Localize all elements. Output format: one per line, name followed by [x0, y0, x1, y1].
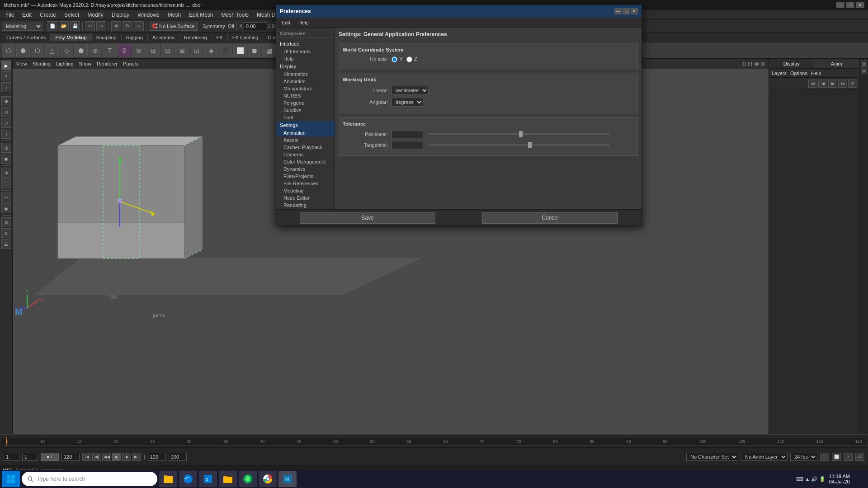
prefs-cat-settings[interactable]: Settings [276, 121, 335, 129]
viewport-menu-renderer[interactable]: Renderer [97, 61, 118, 66]
playback-start-input[interactable] [148, 453, 166, 461]
loop-btn[interactable]: ↺ [855, 453, 864, 461]
shelf-icon-19[interactable]: ▦ [262, 44, 276, 57]
prefs-item-color-management[interactable]: Color Management [276, 158, 335, 165]
start-frame-input[interactable] [4, 453, 19, 461]
shelf-icon-13[interactable]: ⊠ [175, 44, 189, 57]
select-tool-btn[interactable]: ▶ [1, 61, 11, 70]
render-btn[interactable]: ◉ [1, 203, 11, 213]
maximize-button[interactable]: □ [846, 2, 854, 8]
viewport-menu-shading[interactable]: Shading [33, 61, 51, 66]
shelf-icon-14[interactable]: ⊡ [190, 44, 203, 57]
shelf-tab-poly[interactable]: Poly Modeling [51, 34, 91, 41]
channel-btn[interactable]: ≡ [1, 228, 11, 238]
shelf-icon-16[interactable]: ⬛ [219, 44, 232, 57]
shelf-icon-12[interactable]: ⊟ [161, 44, 175, 57]
shelf-icon-17[interactable]: ⬜ [233, 44, 247, 57]
prefs-item-kinematics[interactable]: Kinematics [276, 70, 335, 78]
key-btn[interactable]: ⬛ [820, 453, 829, 461]
shelf-icon-15[interactable]: ◈ [204, 44, 218, 57]
shelf-icon-10[interactable]: ⊘ [132, 44, 146, 57]
prefs-item-file-references[interactable]: File References [276, 180, 335, 187]
prefs-item-settings-animation[interactable]: Animation [276, 129, 335, 136]
viewport-icon-4[interactable]: ⊠ [760, 61, 765, 67]
universal-tool-btn[interactable]: ⊹ [1, 129, 11, 139]
prefs-save-btn[interactable]: Save [300, 212, 435, 224]
attr-btn[interactable]: ☰ [1, 239, 11, 249]
viewport-icon-2[interactable]: ⊟ [748, 61, 752, 67]
open-btn[interactable]: 📂 [59, 21, 69, 31]
prefs-item-font[interactable]: Font [276, 114, 335, 121]
shelf-icon-3[interactable]: ⬡ [31, 44, 44, 57]
prefs-item-rendering[interactable]: Rendering [276, 202, 335, 209]
shelf-tab-animation[interactable]: Animation [148, 34, 179, 41]
rotate-tool-btn[interactable]: ↺ [1, 107, 11, 117]
menu-select[interactable]: Select [61, 11, 83, 19]
rp-btn-4[interactable]: ⏭ [838, 80, 847, 88]
paint2-btn[interactable]: ✏ [1, 192, 11, 202]
viewport-menu-panels[interactable]: Panels [123, 61, 138, 66]
shelf-icon-2[interactable]: ⬢ [16, 44, 30, 57]
shelf-icon-9[interactable]: S [118, 44, 131, 57]
rp-btn-3[interactable]: ▶ [828, 80, 837, 88]
viewport-icon-3[interactable]: ◉ [754, 61, 759, 67]
menu-mesh[interactable]: Mesh [164, 11, 184, 19]
shelf-icon-6[interactable]: ⬟ [74, 44, 88, 57]
redo-btn[interactable]: ↪ [96, 21, 106, 31]
anim-layer-dropdown[interactable]: No Anim Layer [741, 453, 788, 461]
prefs-minimize-btn[interactable]: — [614, 8, 622, 14]
up-axis-z-radio[interactable]: Z [406, 56, 417, 62]
shelf-icon-1[interactable]: ⬡ [2, 44, 15, 57]
step-fwd-btn[interactable]: |▶ [122, 453, 131, 461]
positional-input[interactable]: 0.01000 [392, 130, 423, 138]
taskbar-search[interactable]: Type here to search [22, 472, 157, 486]
shelf-icon-7[interactable]: ⊕ [89, 44, 102, 57]
shelf-icon-5[interactable]: ◇ [60, 44, 73, 57]
no-live-surface-btn[interactable]: 🧲 No Live Surface [149, 22, 198, 31]
menu-create[interactable]: Create [36, 11, 60, 19]
prefs-item-nurbs[interactable]: NURBS [276, 92, 335, 99]
go-start-btn[interactable]: |◀ [82, 453, 91, 461]
end-frame-input[interactable] [61, 453, 80, 461]
prefs-maximize-btn[interactable]: □ [623, 8, 630, 14]
up-axis-y-radio[interactable]: Y [392, 56, 403, 62]
shelf-tab-rigging[interactable]: Rigging [122, 34, 148, 41]
menu-modify[interactable]: Modify [84, 11, 107, 19]
menu-edit-mesh[interactable]: Edit Mesh [185, 11, 217, 19]
tab-display[interactable]: Display [769, 59, 814, 68]
viewport-menu-show[interactable]: Show [79, 61, 92, 66]
shelf-tab-rendering[interactable]: Rendering [179, 34, 212, 41]
sound-btn[interactable]: ♪ [844, 453, 853, 461]
taskbar-app-explorer[interactable] [159, 471, 177, 487]
play-forward-btn[interactable]: ▶ [112, 453, 121, 461]
menu-windows[interactable]: Windows [134, 11, 163, 19]
shelf-icon-8[interactable]: T [103, 44, 117, 57]
close-button[interactable]: ✕ [856, 2, 864, 8]
object-btn[interactable]: ⬛ [1, 178, 11, 188]
undo-btn[interactable]: ↩ [85, 21, 95, 31]
tangential-slider[interactable] [429, 144, 609, 146]
prefs-item-ui-elements[interactable]: UI Elements [276, 48, 335, 55]
shelf-tab-fx[interactable]: FX [212, 34, 228, 41]
prefs-close-btn[interactable]: ✕ [631, 8, 638, 14]
prefs-menu-edit[interactable]: Edit [278, 19, 294, 26]
prefs-item-animation[interactable]: Animation [276, 78, 335, 85]
shelf-tab-sculpting[interactable]: Sculpting [92, 34, 122, 41]
go-end-btn[interactable]: ▶| [132, 453, 141, 461]
move-btn[interactable]: ✥ [111, 21, 121, 31]
scale-btn[interactable]: ⤡ [134, 21, 144, 31]
playback-end-input[interactable] [169, 453, 187, 461]
step-back-btn[interactable]: ◀| [92, 453, 101, 461]
menu-mesh-tools[interactable]: Mesh Tools [218, 11, 252, 19]
prefs-item-subdivs[interactable]: Subdivs [276, 107, 335, 114]
fr-btn-2[interactable]: ≫ [861, 68, 867, 74]
prefs-item-assets[interactable]: Assets [276, 136, 335, 144]
save-btn[interactable]: 💾 [70, 21, 80, 31]
prefs-menu-help[interactable]: Help [295, 19, 312, 26]
rp-menu-help[interactable]: Help [811, 70, 821, 76]
start-button[interactable] [2, 471, 20, 487]
positional-slider[interactable] [429, 133, 609, 135]
shelf-icon-4[interactable]: △ [45, 44, 59, 57]
autokey-btn[interactable]: ⬜ [832, 453, 841, 461]
rotate-btn[interactable]: ↻ [123, 21, 132, 31]
